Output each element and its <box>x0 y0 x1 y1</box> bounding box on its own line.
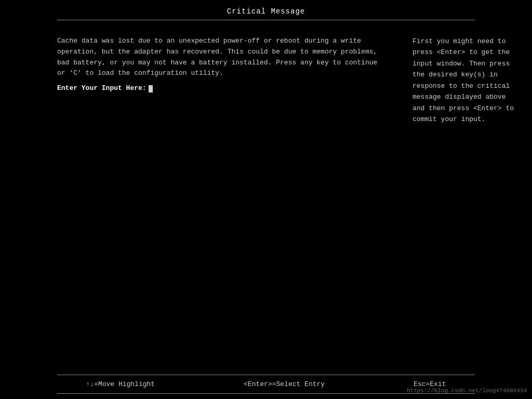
window-title: Critical Message <box>227 7 305 16</box>
help-text: First you might need to press <Enter> to… <box>413 36 516 125</box>
main-message: Cache data was lost due to an unexpected… <box>57 36 381 79</box>
title-bar: Critical Message <box>0 0 532 20</box>
input-cursor <box>149 85 153 92</box>
watermark: https://blog.csdn.net/long474080434 <box>407 388 527 394</box>
content-area: Cache data was lost due to an unexpected… <box>0 20 532 203</box>
input-line[interactable]: Enter Your Input Here: <box>57 83 381 94</box>
bios-screen: Critical Message Cache data was lost due… <box>0 0 532 399</box>
keybinding-select: <Enter>=Select Entry <box>244 380 325 388</box>
bottom-section: ↑↓=Move Highlight <Enter>=Select Entry E… <box>0 375 532 399</box>
right-panel: First you might need to press <Enter> to… <box>397 31 532 203</box>
left-panel: Cache data was lost due to an unexpected… <box>0 31 397 203</box>
input-label: Enter Your Input Here: <box>57 83 147 94</box>
keybinding-move: ↑↓=Move Highlight <box>86 380 155 388</box>
keybinding-exit: Esc=Exit <box>414 380 446 388</box>
spacer <box>0 203 532 375</box>
